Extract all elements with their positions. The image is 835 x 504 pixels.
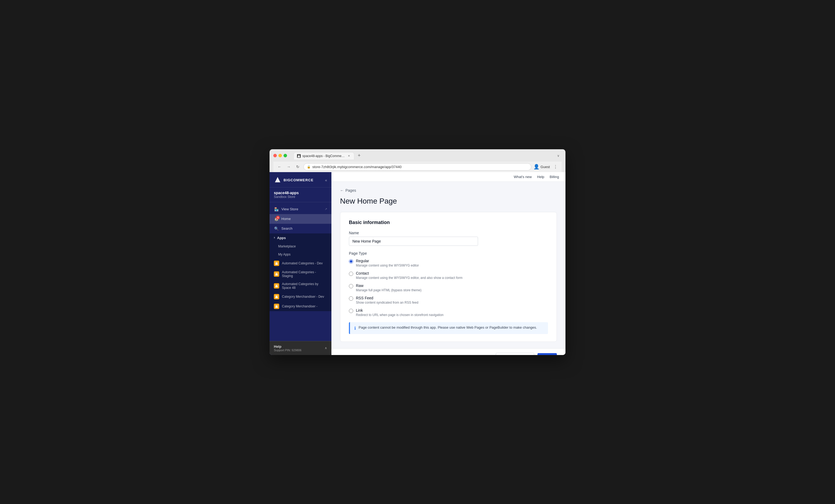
action-bar: Cancel Schedule update Save [331, 348, 566, 355]
minimize-traffic-light[interactable] [279, 154, 282, 158]
save-button[interactable]: Save [537, 353, 557, 355]
sidebar-store-info: space48-apps Sandbox Store [269, 187, 331, 202]
maximize-traffic-light[interactable] [284, 154, 287, 158]
store-icon: 🏪 [274, 207, 279, 212]
app-item-label: Automated Categories - Staging [282, 270, 327, 278]
radio-description-raw: Manage full page HTML (bypass store them… [356, 288, 422, 292]
store-type: Sandbox Store [274, 195, 327, 199]
radio-input-contact[interactable] [349, 272, 353, 276]
apps-chevron: ‹ [274, 236, 275, 239]
whats-new-link[interactable]: What's new [514, 175, 532, 179]
reload-button[interactable]: ↻ [294, 163, 301, 170]
main-content: What's new Help Billing ← Pages New Home… [331, 172, 566, 355]
page-content: ← Pages New Home Page Basic information … [331, 182, 566, 348]
apps-label: Apps [277, 236, 286, 240]
user-account-button[interactable]: 👤 Guest [533, 164, 550, 170]
radio-label-link: Link [356, 308, 444, 313]
sidebar-app-item[interactable]: Category Merchandiser - [269, 301, 331, 311]
app-item-label: Category Merchandiser - Dev [282, 295, 324, 298]
back-button[interactable]: ← [276, 163, 283, 170]
tab-close-button[interactable]: ✕ [347, 154, 351, 158]
radio-option-link: LinkRedirect to URL when page is chosen … [349, 308, 548, 317]
breadcrumb-back[interactable]: ← Pages [340, 188, 557, 193]
marketplace-label: Marketplace [278, 245, 296, 248]
help-link[interactable]: Help [537, 175, 545, 179]
logo-text: BIGCOMMERCE [284, 178, 313, 182]
name-label: Name [349, 231, 548, 235]
radio-description-rss_feed: Show content syndicated from an RSS feed [356, 301, 418, 304]
radio-input-raw[interactable] [349, 284, 353, 288]
radio-option-regular: RegularManage content using the WYSIWYG … [349, 259, 548, 267]
sidebar-navigation: 🏪 View Store ↗ 🏠 Home 3 🔍 Search [269, 202, 331, 341]
app-icon [274, 260, 279, 266]
sidebar-item-home[interactable]: 🏠 Home 3 [269, 214, 331, 224]
my-apps-label: My Apps [278, 253, 290, 256]
radio-input-rss_feed[interactable] [349, 296, 353, 301]
sidebar-item-search[interactable]: 🔍 Search [269, 224, 331, 233]
page-type-group: Page Type RegularManage content using th… [349, 251, 548, 317]
tab-favicon [297, 154, 301, 158]
radio-description-contact: Manage content using the WYSIWYG editor,… [356, 276, 463, 280]
section-title: Basic information [349, 220, 548, 225]
radio-label-raw: Raw [356, 284, 422, 288]
sidebar-footer: Help Support PIN: 929806 ∧ [269, 341, 331, 355]
radio-option-contact: ContactManage content using the WYSIWYG … [349, 271, 548, 280]
support-pin: Support PIN: 929806 [274, 349, 302, 352]
page-type-radio-group: RegularManage content using the WYSIWYG … [349, 259, 548, 317]
sidebar-app-item[interactable]: Automated Categories - Staging [269, 268, 331, 280]
apps-submenu: Marketplace My Apps Automated Categories… [269, 242, 331, 311]
sidebar-app-item[interactable]: Automated Categories - Dev [269, 258, 331, 268]
radio-label-regular: Regular [356, 259, 419, 263]
user-label: Guest [541, 165, 550, 169]
top-bar: What's new Help Billing [331, 172, 566, 182]
billing-link[interactable]: Billing [550, 175, 559, 179]
address-bar[interactable]: 🔒 store-7zh8t3rjik.mybigcommerce.com/man… [303, 163, 531, 170]
sidebar-collapse-button[interactable]: « [325, 178, 327, 182]
browser-tab[interactable]: space48-apps - BigCommerce ✕ [293, 152, 354, 160]
sidebar-logo: BIGCOMMERCE [274, 176, 313, 184]
sidebar-item-view-store[interactable]: 🏪 View Store ↗ [269, 204, 331, 214]
address-lock-icon: 🔒 [307, 165, 311, 169]
sidebar-item-marketplace[interactable]: Marketplace [269, 242, 331, 250]
tab-title: space48-apps - BigCommerce [302, 154, 345, 158]
search-label: Search [281, 227, 292, 230]
app-icon [274, 283, 279, 289]
form-card: Basic information Name Page Type Regular… [340, 212, 557, 342]
radio-description-link: Redirect to URL when page is chosen in s… [356, 313, 444, 317]
home-label: Home [281, 217, 291, 221]
window-control: ∨ [557, 154, 562, 158]
sidebar-section-apps[interactable]: ‹ Apps [269, 233, 331, 242]
page-type-label: Page Type [349, 251, 548, 255]
sidebar-item-my-apps[interactable]: My Apps [269, 250, 331, 258]
info-text: Page content cannot be modified through … [359, 326, 537, 330]
radio-input-regular[interactable] [349, 259, 353, 264]
schedule-update-button[interactable]: Schedule update [496, 353, 534, 355]
footer-chevron-icon[interactable]: ∧ [325, 346, 327, 350]
store-name: space48-apps [274, 191, 327, 195]
radio-description-regular: Manage content using the WYSIWYG editor [356, 264, 419, 267]
app-icon [274, 303, 279, 309]
cancel-button[interactable]: Cancel [472, 353, 492, 355]
sidebar-header: BIGCOMMERCE « [269, 172, 331, 187]
radio-label-rss_feed: RSS Feed [356, 296, 418, 300]
name-field-group: Name [349, 231, 548, 246]
view-store-label: View Store [281, 207, 298, 211]
info-banner: ℹ Page content cannot be modified throug… [349, 322, 548, 334]
traffic-lights [273, 154, 287, 158]
browser-menu-button[interactable]: ⋮ [552, 163, 559, 170]
sidebar-app-item[interactable]: Automated Categories by Space 48 [269, 280, 331, 292]
radio-option-raw: RawManage full page HTML (bypass store t… [349, 284, 548, 292]
radio-input-link[interactable] [349, 309, 353, 313]
app-icon [274, 271, 279, 277]
new-tab-button[interactable]: + [355, 152, 363, 160]
close-traffic-light[interactable] [273, 154, 277, 158]
external-link-icon: ↗ [325, 207, 327, 211]
sidebar-app-item[interactable]: Category Merchandiser - Dev [269, 292, 331, 301]
forward-button[interactable]: → [285, 163, 292, 170]
app-item-label: Category Merchandiser - [282, 304, 318, 308]
help-label: Help [274, 344, 302, 349]
name-input[interactable] [349, 237, 478, 246]
app-icon [274, 294, 279, 299]
breadcrumb-label: Pages [345, 188, 356, 193]
search-icon: 🔍 [274, 226, 279, 231]
